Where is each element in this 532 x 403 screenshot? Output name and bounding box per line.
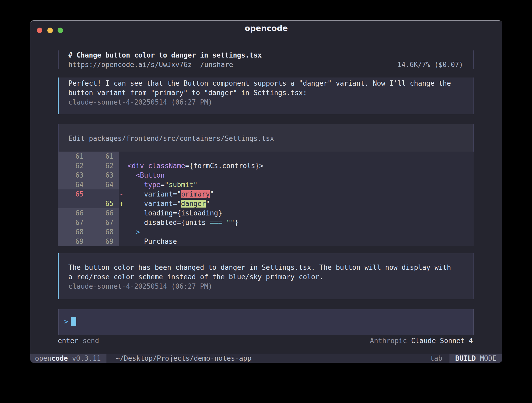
code-token — [124, 190, 144, 198]
diff-new-line-number: 64 — [87, 180, 119, 189]
diff-row: 65+ variant="danger" — [58, 199, 474, 208]
title-bar: opencode — [30, 21, 502, 36]
prompt-chevron: > — [64, 317, 68, 326]
code-token: " — [177, 190, 181, 198]
code-token: Purchase — [119, 237, 177, 245]
code-token: primary — [181, 190, 210, 198]
diff-code-line: Purchase — [119, 237, 474, 246]
code-token: > — [136, 228, 140, 236]
app-version: v0.3.11 — [72, 354, 101, 362]
code-token: variant= — [144, 200, 177, 208]
diff-row: 65- variant="primary" — [58, 189, 474, 199]
message-text-line: Perfect! I can see that the Button compo… — [68, 79, 463, 88]
edit-tool-block: Edit packages/frontend/src/containers/Se… — [58, 124, 474, 246]
assistant-message: The button color has been changed to dan… — [58, 253, 474, 299]
diff-new-line-number: 66 — [87, 208, 119, 218]
code-token: = — [161, 181, 165, 189]
enter-key-hint: enter — [58, 337, 78, 345]
diff-new-line-number: 63 — [87, 170, 119, 180]
diff-new-line-number: 62 — [87, 161, 119, 170]
diff-view: 61616262 <div className={formCs.controls… — [58, 152, 474, 246]
diff-row: 6868 > — [58, 227, 474, 237]
code-token: type — [144, 181, 161, 189]
diff-code-line: disabled={units === ""} — [119, 218, 474, 227]
code-token: + — [119, 200, 124, 208]
working-directory: ~/Desktop/Projects/demo-notes-app — [116, 354, 252, 363]
diff-old-line-number: 66 — [58, 208, 87, 218]
diff-new-line-number: 69 — [87, 237, 119, 246]
diff-code-line: - variant="primary" — [119, 189, 474, 199]
message-text-line: button variant from "primary" to "danger… — [68, 88, 463, 97]
app-name-code: code — [52, 354, 68, 362]
text-cursor — [71, 317, 76, 326]
diff-old-line-number: 68 — [58, 227, 87, 237]
diff-old-line-number: 62 — [58, 161, 87, 170]
code-token: disabled={units — [119, 219, 210, 226]
send-hint: enter send — [58, 336, 99, 345]
hint-bar: enter send Anthropic Claude Sonnet 4 — [58, 336, 474, 345]
session-title: # Change button color to danger in setti… — [68, 50, 463, 60]
code-token: variant= — [144, 190, 177, 198]
diff-old-line-number: 67 — [58, 218, 87, 227]
code-token: } — [234, 219, 239, 226]
message-model-meta: claude-sonnet-4-20250514 (06:27 PM) — [68, 97, 463, 107]
diff-code-line: > — [119, 227, 474, 237]
token-usage: 14.6K/7% ($0.07) — [397, 60, 463, 69]
diff-row: 6464 type="submit" — [58, 180, 474, 189]
diff-code-line — [119, 152, 474, 161]
message-accent-bar — [58, 78, 59, 114]
diff-new-line-number — [87, 189, 119, 199]
diff-new-line-number: 61 — [87, 152, 119, 161]
diff-old-line-number: 69 — [58, 237, 87, 246]
send-action-label: send — [83, 337, 99, 345]
diff-old-line-number — [58, 199, 87, 208]
share-url[interactable]: https://opencode.ai/s/UwJxv76z — [68, 61, 192, 69]
code-token: "" — [226, 219, 234, 226]
diff-code-line: <Button — [119, 170, 474, 180]
code-token: ={formCs.controls}> — [185, 162, 263, 170]
opencode-window: opencode # Change button color to danger… — [30, 20, 502, 363]
mode-suffix: MODE — [480, 354, 497, 362]
app-name-open: open — [35, 354, 52, 362]
code-token: <Button — [136, 171, 165, 179]
diff-row: 6666 loading={isLoading} — [58, 208, 474, 218]
diff-old-line-number: 65 — [58, 189, 87, 199]
diff-row: 6969 Purchase — [58, 237, 474, 246]
session-share-row: https://opencode.ai/s/UwJxv76z /unshare1… — [68, 60, 463, 69]
code-token — [119, 162, 127, 170]
code-token: danger — [181, 200, 206, 208]
diff-code-line: loading={isLoading} — [119, 208, 474, 218]
diff-old-line-number: 63 — [58, 170, 87, 180]
diff-new-line-number: 67 — [87, 218, 119, 227]
code-token: " — [177, 200, 181, 208]
code-token — [119, 228, 136, 236]
status-bar: opencode v0.3.11 ~/Desktop/Projects/demo… — [30, 354, 502, 363]
diff-code-line: type="submit" — [119, 180, 474, 189]
edit-file-header: Edit packages/frontend/src/containers/Se… — [68, 134, 274, 143]
code-token: " — [210, 190, 214, 198]
tab-key-hint[interactable]: tab — [430, 354, 442, 363]
provider-label: Anthropic — [370, 337, 407, 345]
session-header: # Change button color to danger in setti… — [58, 50, 474, 69]
diff-old-line-number: 61 — [58, 152, 87, 161]
left-border-bar — [58, 309, 59, 335]
prompt-input[interactable]: > — [58, 309, 474, 335]
diff-row: 6767 disabled={units === ""} — [58, 218, 474, 227]
message-text-line: a red/rose color scheme instead of the b… — [68, 272, 463, 282]
code-token — [119, 181, 144, 189]
diff-new-line-number: 68 — [87, 227, 119, 237]
code-token — [119, 171, 136, 179]
code-token: - — [119, 190, 124, 198]
code-token: loading={isLoading} — [119, 209, 222, 217]
unshare-command: /unshare — [200, 61, 233, 69]
message-right-bar — [473, 253, 474, 299]
window-title: opencode — [30, 21, 502, 36]
mode-segment[interactable]: BUILD MODE — [449, 354, 502, 363]
right-border-bar — [473, 50, 474, 69]
mode-name: BUILD — [455, 354, 476, 362]
model-indicator: Anthropic Claude Sonnet 4 — [370, 336, 473, 345]
code-token: " — [206, 200, 210, 208]
model-label: Claude Sonnet 4 — [411, 337, 473, 345]
message-accent-bar — [58, 253, 59, 299]
message-text-line: The button color has been changed to dan… — [68, 263, 463, 272]
